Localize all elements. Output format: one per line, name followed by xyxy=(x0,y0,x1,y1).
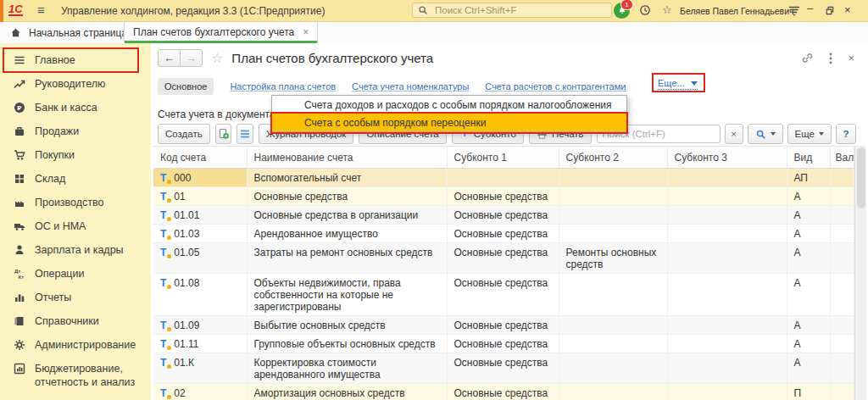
table-row[interactable]: Т02 Амортизация основных средств Основны… xyxy=(153,384,854,400)
subconto-1: Основные средства xyxy=(447,225,559,243)
column-header[interactable]: Субконто 1 xyxy=(447,147,559,169)
sidebar-item[interactable]: Бюджетирование, отчетность и анализ xyxy=(0,357,151,394)
history-buttons: ← → xyxy=(158,49,203,67)
account-currency xyxy=(830,384,854,400)
close-form-icon[interactable]: × xyxy=(848,52,854,64)
sidebar-item-label: Справочники xyxy=(35,314,99,328)
sidebar-item[interactable]: Администрирование xyxy=(0,333,151,357)
table-row[interactable]: Т01.03 Арендованное имущество Основные с… xyxy=(153,225,854,243)
dropdown-menu-item[interactable]: Счета доходов и расходов с особым порядк… xyxy=(272,96,626,114)
table-row[interactable]: Т01.01 Основные средства в организации О… xyxy=(153,206,854,225)
nav-tab[interactable]: Настройка плана счетов xyxy=(230,81,336,92)
add-favorite-star-icon[interactable]: ☆ xyxy=(211,50,223,66)
sidebar-item[interactable]: Покупки xyxy=(0,143,151,167)
svg-text:Кт: Кт xyxy=(19,275,25,280)
global-search[interactable] xyxy=(412,3,612,18)
sidebar-item[interactable]: Справочники xyxy=(0,309,151,333)
svg-text:Р: Р xyxy=(17,104,22,112)
table-scrollbar[interactable] xyxy=(854,146,866,400)
sidebar-item[interactable]: Продажи xyxy=(0,119,151,143)
account-code: 01.01 xyxy=(174,209,199,221)
global-search-input[interactable] xyxy=(433,4,606,16)
list-more-button[interactable]: Еще xyxy=(787,124,832,144)
search-icon xyxy=(418,5,428,15)
account-currency xyxy=(830,187,854,206)
production-icon xyxy=(14,197,25,208)
column-header[interactable]: Вал. xyxy=(830,147,854,169)
account-t-icon: Т xyxy=(160,228,166,240)
more-actions-kebab-icon[interactable] xyxy=(829,53,832,64)
clear-search-button[interactable]: × xyxy=(725,124,743,144)
sidebar-item[interactable]: Отчеты xyxy=(0,286,151,309)
subconto-3 xyxy=(667,335,787,353)
subconto-3 xyxy=(667,187,787,206)
create-button[interactable]: Создать xyxy=(158,124,210,144)
sidebar-item[interactable]: ДтКт Операции xyxy=(0,262,151,286)
account-code: 01.09 xyxy=(174,319,199,331)
account-t-icon: Т xyxy=(160,172,166,184)
subconto-3 xyxy=(667,384,787,400)
more-link[interactable]: Еще... xyxy=(658,78,698,90)
table-row[interactable]: Т01.08 Объекты недвижимости, права собст… xyxy=(153,274,854,316)
nav-tab[interactable]: Счета учета номенклатуры xyxy=(352,81,469,92)
subconto-3 xyxy=(667,206,787,225)
account-code: 01.05 xyxy=(174,247,199,258)
tab-close-icon[interactable]: × xyxy=(303,26,309,38)
app-window: 1С ≡ Управление холдингом, редакция 3.3 … xyxy=(0,0,868,400)
minimize-button[interactable]: – xyxy=(807,2,813,14)
search-options-button[interactable] xyxy=(748,124,783,144)
dropdown-menu-item[interactable]: Счета с особым порядком переоценки xyxy=(272,114,626,131)
tab-chart-of-accounts[interactable]: План счетов бухгалтерского учета × xyxy=(124,22,318,42)
account-t-icon: Т xyxy=(160,319,166,331)
scrollbar-thumb[interactable] xyxy=(857,147,865,208)
table-row[interactable]: Т01 Основные средства Основные средства … xyxy=(153,187,854,206)
column-header[interactable]: Наименование счета xyxy=(247,147,447,169)
settings-menu-icon[interactable] xyxy=(788,5,800,17)
page-header: ← → ☆ План счетов бухгалтерского учета xyxy=(158,49,433,67)
column-header[interactable]: Субконто 3 xyxy=(667,147,787,169)
subconto-2 xyxy=(559,316,667,335)
sidebar-item[interactable]: Интеграция и xyxy=(0,394,151,400)
column-header[interactable]: Вид xyxy=(787,147,830,169)
notifications-bell-icon[interactable]: 1 xyxy=(614,3,630,19)
get-link-icon[interactable] xyxy=(801,52,814,64)
favorites-star-icon[interactable]: ☆ xyxy=(662,3,672,16)
account-name: Основные средства в организации xyxy=(247,206,447,225)
table-row[interactable]: Т01.К Корректировка стоимости арендованн… xyxy=(153,353,854,384)
brand-stripe xyxy=(0,0,3,22)
warehouse-icon xyxy=(14,173,25,185)
nav-tab[interactable]: Основное xyxy=(158,78,214,95)
nav-tab[interactable]: Счета расчетов с контрагентами xyxy=(485,81,626,92)
back-button[interactable]: ← xyxy=(158,49,181,67)
history-icon[interactable] xyxy=(639,4,651,16)
sidebar-item-label: Отчеты xyxy=(35,291,71,304)
help-button[interactable]: ? xyxy=(836,124,856,144)
sidebar-item[interactable]: Главное xyxy=(0,48,151,72)
sidebar-item[interactable]: Зарплата и кадры xyxy=(0,238,151,262)
restore-button[interactable] xyxy=(824,5,835,16)
main-menu-icon[interactable]: ≡ xyxy=(37,3,45,17)
sidebar-item[interactable]: ОС и НМА xyxy=(0,214,151,238)
subconto-1: Основные средства xyxy=(447,316,559,335)
accounts-in-documents-label: Счета учета в документах xyxy=(158,108,281,120)
column-header[interactable]: Код счета xyxy=(153,147,247,169)
sidebar-item[interactable]: Руководителю xyxy=(0,72,151,96)
table-row[interactable]: Т01.11 Групповые объекты основных средст… xyxy=(153,335,854,353)
subconto-2: Ремонты основных средств xyxy=(559,243,667,274)
reports-icon xyxy=(14,292,25,303)
tab-home[interactable]: Начальная страница xyxy=(0,22,141,43)
column-header[interactable]: Субконто 2 xyxy=(559,147,667,169)
close-window-button[interactable]: × xyxy=(844,3,851,16)
sidebar-item[interactable]: Склад xyxy=(0,167,151,191)
table-row[interactable]: Т01.05 Затраты на ремонт основных средст… xyxy=(153,243,854,274)
sidebar-item[interactable]: Р Банк и касса xyxy=(0,96,151,119)
forward-button[interactable]: → xyxy=(180,49,203,67)
table-row[interactable]: Т000 Вспомогательный счет АП xyxy=(153,169,854,187)
list-view-icon[interactable] xyxy=(236,124,253,144)
more-link-wrap: Еще... xyxy=(658,78,698,90)
create-group-icon[interactable] xyxy=(215,124,232,144)
sidebar-item[interactable]: Производство xyxy=(0,191,151,214)
table-row[interactable]: Т01.09 Выбытие основных средств Основные… xyxy=(153,316,854,335)
account-t-icon: Т xyxy=(160,209,166,221)
current-user[interactable]: Беляев Павел Геннадьевич xyxy=(680,6,794,16)
